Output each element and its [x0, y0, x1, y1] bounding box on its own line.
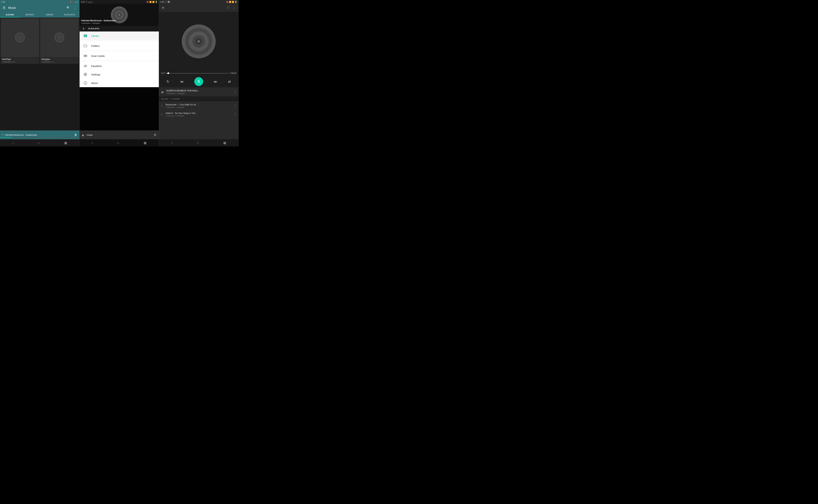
- current-track-info: SUPER EUROBEAT FOR RUN... <unknown> • Ne…: [166, 89, 232, 94]
- tab-artists[interactable]: ARTISTS: [20, 12, 40, 17]
- svg-rect-18: [84, 34, 84, 37]
- status-bar-3: 1:22 🎵 🖼 • 🔕 📶 📶 🔋: [159, 0, 239, 4]
- drawer-item-library[interactable]: Library: [80, 31, 159, 40]
- folder-svg-icon: [83, 44, 87, 48]
- panel-menu: 1:14 🎵 △ △ • 🔕 📶 📶 🔋 Infected Mushroom -…: [80, 0, 159, 146]
- equalizer-svg-icon: [83, 64, 87, 68]
- vinyl-icon-2: [54, 32, 64, 43]
- panel2-overlay[interactable]: [80, 87, 159, 130]
- tab-albums[interactable]: ALBUMS: [0, 12, 20, 17]
- status-icons-3: 🎵 🖼 •: [165, 1, 171, 3]
- prev-icon[interactable]: ⏮: [180, 80, 183, 84]
- album-card-2[interactable]: Newpipe <unknown> • 1...: [40, 18, 79, 64]
- app-header-1: ☰ Music 🔍 ⋮: [0, 4, 79, 12]
- current-track-title: SUPER EUROBEAT FOR RUN...: [166, 89, 232, 92]
- home-icon-1[interactable]: ○: [38, 141, 40, 145]
- queue-info-1: Basshunter - I Can Walk On W... <unknown…: [165, 103, 232, 108]
- album-title-1: NewPipe: [2, 58, 38, 60]
- player-header: ✕ ♡ ⋮: [159, 4, 239, 12]
- player-controls: ↻ ⏮ ⏸ ⏭ ⇄: [159, 76, 239, 87]
- album-info-2: Newpipe <unknown> • 1...: [40, 57, 79, 64]
- panel-player: 1:22 🎵 🖼 • 🔕 📶 📶 🔋 ✕ ♡ ⋮ 0:17: [159, 0, 239, 146]
- album-title-2: Newpipe: [41, 58, 77, 60]
- tab-songs[interactable]: SONGS: [40, 12, 59, 17]
- player-vinyl-icon: [182, 24, 216, 58]
- svg-rect-25: [84, 65, 84, 66]
- svg-rect-27: [85, 65, 85, 65]
- tab-playlists[interactable]: PLAYLISTS: [59, 12, 79, 17]
- queue-sub-2: <unknown> • Newpipe: [165, 115, 232, 117]
- recents-icon-3[interactable]: ▦: [223, 141, 226, 145]
- queue-more-1[interactable]: ⋮: [234, 104, 237, 107]
- album-art-1: [1, 18, 39, 57]
- drawer-item-equalizer[interactable]: Equalizer: [80, 62, 159, 70]
- queue-more-2[interactable]: ⋮: [234, 113, 237, 116]
- drawer-item-settings[interactable]: Settings: [80, 70, 159, 79]
- pause-icon-2[interactable]: ⏸: [153, 133, 157, 137]
- player-queue: 🔉 SUPER EUROBEAT FOR RUN... <unknown> • …: [159, 87, 239, 139]
- mini-player-1[interactable]: ^ Infected Mushroom - Guitarmass ⏸: [0, 130, 79, 139]
- tab-playlists-p2[interactable]: PLAYLISTS: [86, 26, 101, 31]
- close-icon[interactable]: ✕: [161, 5, 165, 10]
- svg-point-40: [198, 41, 199, 42]
- status-bar-2: 1:14 🎵 △ △ • 🔕 📶 📶 🔋: [80, 0, 159, 4]
- progress-bar-thin: [0, 137, 79, 138]
- recents-icon-1[interactable]: ▦: [64, 141, 67, 145]
- about-icon: [83, 81, 88, 85]
- seekbar-thumb: [167, 72, 169, 74]
- svg-point-32: [85, 82, 85, 82]
- app-title: Music: [8, 6, 64, 10]
- drawer-divider-3: [80, 61, 159, 61]
- home-icon-3[interactable]: ○: [197, 141, 199, 145]
- up-next-dot: •: [169, 98, 170, 100]
- queue-num-2: 2: [161, 113, 164, 116]
- next-icon[interactable]: ⏭: [214, 80, 217, 84]
- drawer-item-folders[interactable]: Folders: [80, 42, 159, 50]
- mini-player-title-2: rmass: [87, 134, 152, 136]
- pause-icon-player: ⏸: [197, 79, 200, 84]
- heart-icon[interactable]: ♡: [226, 5, 230, 10]
- drawer-label-about: About: [91, 82, 98, 84]
- queue-item-2[interactable]: 2 Initial D - No One Sleep In Tok... <un…: [159, 110, 239, 119]
- drawer-item-about[interactable]: About: [80, 79, 159, 87]
- svg-point-5: [20, 37, 20, 38]
- svg-rect-23: [84, 56, 87, 57]
- svg-rect-19: [85, 34, 85, 37]
- svg-rect-20: [86, 34, 87, 37]
- drawer-item-scan[interactable]: Scan media: [80, 52, 159, 60]
- repeat-icon[interactable]: ↻: [166, 80, 169, 84]
- svg-point-17: [119, 14, 120, 15]
- queue-info-2: Initial D - No One Sleep In Tok... <unkn…: [165, 112, 232, 117]
- recents-icon-2[interactable]: ▦: [144, 141, 146, 145]
- vinyl-icon-1: [15, 32, 25, 43]
- pause-icon-mini[interactable]: ⏸: [74, 133, 77, 137]
- panel2-song-title: Infected Mushroom - Guitarmass: [81, 19, 116, 22]
- shuffle-icon[interactable]: ⇄: [228, 80, 231, 84]
- queue-item-1[interactable]: 1 Basshunter - I Can Walk On W... <unkno…: [159, 101, 239, 110]
- pause-button[interactable]: ⏸: [194, 77, 203, 86]
- seekbar[interactable]: [166, 73, 228, 74]
- library-icon: [83, 34, 88, 38]
- search-icon[interactable]: 🔍: [66, 5, 71, 10]
- panel2-tabs: S PLAYLISTS: [80, 26, 159, 31]
- album-card-1[interactable]: NewPipe <unknown> • 5...: [1, 18, 39, 64]
- status-icons-1: 🔕 🎵 △ •: [70, 1, 78, 3]
- back-icon-3[interactable]: ‹: [171, 141, 172, 145]
- tab-ss[interactable]: S: [81, 26, 86, 31]
- current-track-more[interactable]: ⋮: [234, 90, 237, 93]
- menu-icon[interactable]: ☰: [2, 5, 6, 10]
- time-1: 1:15: [1, 1, 5, 3]
- svg-rect-28: [86, 65, 87, 67]
- mini-player-2[interactable]: 🔈 rmass ⏸: [80, 130, 159, 139]
- more-icon[interactable]: ⋮: [73, 5, 77, 10]
- back-icon-1[interactable]: ‹: [12, 141, 13, 145]
- svg-rect-22: [84, 55, 87, 55]
- drawer-label-library: Library: [91, 34, 99, 37]
- back-icon-2[interactable]: ‹: [92, 141, 93, 145]
- nav-bar-2: ‹ ○ ▦: [80, 139, 159, 146]
- scan-icon: [83, 54, 88, 58]
- time-total: 7:40:34: [230, 72, 237, 74]
- more-icon-player[interactable]: ⋮: [232, 5, 237, 10]
- current-track-row[interactable]: 🔉 SUPER EUROBEAT FOR RUN... <unknown> • …: [159, 87, 239, 96]
- home-icon-2[interactable]: ○: [117, 141, 119, 145]
